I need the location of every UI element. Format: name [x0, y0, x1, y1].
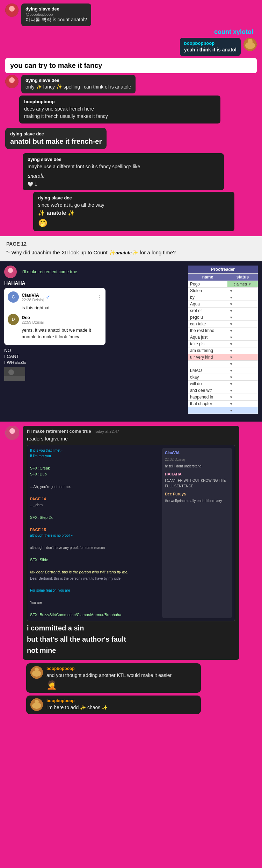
cell-status: ▼ — [227, 288, 258, 294]
cell-name: am suffering — [188, 347, 227, 354]
dc-allway-msg2: ✨ anatole ✨ — [38, 209, 230, 217]
dark-card-font: dying slave dee maybe use a different fo… — [23, 153, 224, 190]
table-row: Aqua just▼ — [188, 334, 258, 341]
avatar-retire-1 — [4, 266, 17, 278]
cell-status: ▼ — [227, 347, 258, 354]
avatar-retire-bottom — [5, 426, 19, 440]
boop-msg-1: yeah i think it is anatol — [184, 47, 236, 54]
page12-label: PAGE 12 — [6, 241, 256, 247]
sc-more-icon: ⋮ — [96, 294, 102, 301]
table-row: will do▼ — [188, 381, 258, 387]
cell-name: okay — [188, 374, 227, 381]
dc-heart-row: 🤍 1 — [28, 182, 219, 187]
cell-status: ▼ — [227, 367, 258, 374]
bottom-username: i'll make retirement come true — [27, 429, 91, 434]
boop-username-1: boopbopboop — [184, 41, 236, 46]
fancy-card: you can try to make it fancy — [5, 58, 257, 73]
page12-star2: ✨ — [132, 249, 138, 255]
rp-msg3: the wolfprince really ended there /cry — [165, 498, 229, 504]
dark-card-alldaway: dying slave dee since we're at it, go al… — [33, 192, 234, 231]
dc-font-msg: maybe use a different font so it's fancy… — [28, 163, 219, 170]
ss-dialog1b: Dear Bertrand: this is the person i want… — [30, 577, 121, 580]
table-row-highlight-red: u r very kind▼ — [188, 354, 258, 361]
cell-status: ▼ — [227, 381, 258, 387]
chat-bubble-boop-1: boopbopboop yeah i think it is anatol — [5, 38, 257, 56]
cell-status: ▼ — [227, 361, 258, 367]
cell-status: ▼ — [227, 294, 258, 301]
proofreader-header: Proofreader — [188, 266, 258, 274]
ss-sfx-step: SFX: Step 2x — [30, 515, 53, 520]
cell-status: ▼ — [227, 394, 258, 401]
ss-line-1: If it is you that I met - — [30, 448, 156, 453]
avatar-dying-2 — [5, 75, 19, 88]
stmt2: but that's all the author's fault — [27, 635, 235, 644]
table-row: and dee wtf▼ — [188, 387, 258, 394]
cell-status: ▼ — [227, 407, 258, 414]
cell-name: Stolen — [188, 288, 227, 294]
cell-status: ▼ — [227, 314, 258, 321]
col-status: status — [227, 274, 258, 281]
boop-content-2: boopbopboop i'm here to add ✨ chaos ✨ — [46, 698, 108, 711]
proofreader-col-headers: name status — [188, 274, 258, 281]
cell-name: Aqua just — [188, 334, 227, 341]
ss-youare: You are — [30, 601, 42, 605]
table-row: happened in▼ — [188, 394, 258, 401]
boop-msg-2: i'm here to add ✨ chaos ✨ — [46, 704, 108, 711]
sc-avatar-dee: D — [8, 314, 19, 325]
cell-status: ▼ — [227, 301, 258, 308]
dc-font-fancy: anatole — [28, 172, 219, 180]
middle-section: Proofreader name status Pegoclaimed ▼ St… — [0, 261, 262, 422]
sc-user-info-2: Dee 22:59 Dzisiaj — [22, 315, 44, 324]
sc-name-2: Dee — [22, 315, 44, 320]
frenchier-card: dying slave dee anatol but make it frenc… — [5, 128, 107, 149]
cell-status: ▼ — [227, 374, 258, 381]
svg-point-12 — [8, 369, 14, 375]
cell-status: ▼ — [227, 327, 258, 334]
sc-msg-1: is this right xd — [8, 305, 102, 311]
dark-card-french: boopbopboop does any one speak french he… — [19, 96, 220, 124]
reaction-icant: I CANT — [4, 354, 184, 359]
proofreader-container: Proofreader name status Pegoclaimed ▼ St… — [188, 266, 258, 414]
cell-name: srot of — [188, 308, 227, 314]
col-name: name — [188, 274, 227, 281]
svg-point-9 — [8, 268, 13, 273]
bubble-only-fancy: dying slave dee only ✨ fancy ✨ spelling … — [21, 75, 136, 93]
table-row: Aqua▼ — [188, 301, 258, 308]
cell-status: ▼ — [227, 354, 258, 361]
dc-allway-emoji: 🤭 — [38, 219, 230, 228]
table-row: Pegoclaimed ▼ — [188, 281, 258, 288]
mid-user-row: i'll make retirement come true — [4, 266, 184, 278]
cell-name: Pego — [188, 281, 227, 288]
cell-status: ▼ — [227, 334, 258, 341]
ss-chm: ..._chm — [30, 503, 43, 507]
table-row: that chapter▼ — [188, 401, 258, 407]
boop-uname-1: boopbopboop — [46, 666, 172, 671]
mid-chat-left: i'll make retirement come true HAHAHA C … — [4, 266, 184, 381]
svg-point-7 — [9, 77, 15, 83]
cell-name: will do — [188, 381, 227, 387]
sc-name-1: ClauVIA — [22, 292, 44, 298]
reactions-container: NO I CANT I WHEEZE — [4, 348, 184, 365]
dc-french-username: boopbopboop — [24, 99, 216, 104]
heart-count: 1 — [35, 182, 37, 187]
msg-only-fancy: only ✨ fancy ✨ spelling i can think of i… — [26, 84, 131, 91]
cell-status: ▼ — [227, 341, 258, 347]
dc-allway-username: dying slave dee — [38, 195, 230, 200]
page12-section: PAGE 12 "- Why did Joachim the XII look … — [0, 236, 262, 262]
svg-point-22 — [35, 700, 39, 704]
cell-name: the rest lmao — [188, 327, 227, 334]
bottom-bubble-main: i'll make retirement come true Today at … — [23, 426, 239, 659]
svg-point-5 — [248, 39, 253, 44]
bottom-section: i'll make retirement come true Today at … — [0, 422, 262, 721]
screenshot-card: C ClauVIA 22:28 Dzisiaj ✓ ⋮ is this righ… — [4, 288, 105, 345]
boop-content-1: boopbopboop and you thought adding anoth… — [46, 666, 172, 690]
cell-status: ▼ — [227, 387, 258, 394]
ss-sfx-buzz: SFX: Buzz/Stir/Commotion/Clamor/Murmur/B… — [30, 613, 121, 617]
page12-text: "- Why did Joachim the XII look up to Co… — [6, 249, 256, 257]
sc-avatar-clauvia: C — [8, 291, 19, 303]
rp-time1: 22:32 Dzisiaj — [165, 457, 229, 463]
cell-status: ▼ — [227, 308, 258, 314]
cell-name: and dee wtf — [188, 387, 227, 394]
bottom-timestamp: Today at 22:47 — [94, 429, 119, 433]
table-row-highlight-blue: ▼ — [188, 407, 258, 414]
